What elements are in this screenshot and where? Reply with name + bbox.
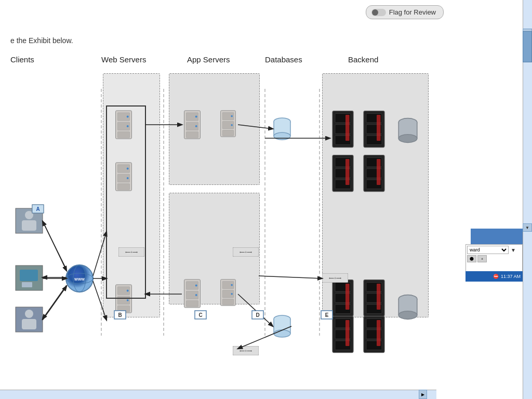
svg-line-57 xyxy=(238,125,273,129)
svg-text:D: D xyxy=(256,312,259,318)
svg-line-48 xyxy=(93,281,107,320)
svg-line-51 xyxy=(43,286,66,320)
rp-icon-row: ⬤ + xyxy=(467,255,521,262)
col-label-web-servers: Web Servers xyxy=(101,55,146,64)
svg-text:B: B xyxy=(118,312,122,318)
network-diagram: Clients Web Servers App Servers Database… xyxy=(10,55,436,367)
rp-icon-1[interactable]: ⬤ xyxy=(467,255,476,262)
scroll-thumb[interactable] xyxy=(523,31,532,62)
rp-row-1: ward ▼ xyxy=(467,246,521,254)
rp-icon-2[interactable]: + xyxy=(477,255,487,262)
svg-rect-15 xyxy=(22,319,36,329)
svg-text:A: A xyxy=(36,206,39,212)
right-panel-bar xyxy=(471,229,523,244)
svg-line-46 xyxy=(93,232,107,276)
main-content: e the Exhibit below. Clients Web Servers… xyxy=(0,0,436,390)
svg-rect-7 xyxy=(22,220,36,231)
svg-rect-10 xyxy=(20,270,38,281)
horizontal-scrollbar[interactable]: ▶ xyxy=(0,390,436,399)
svg-rect-11 xyxy=(22,282,32,287)
clock-display: 11:37 AM xyxy=(501,274,521,279)
right-panel-controls: ward ▼ ⬤ + xyxy=(466,244,523,275)
svg-line-58 xyxy=(238,294,273,326)
taskbar: ⛔ 11:37 AM xyxy=(466,271,523,282)
exhibit-instruction: e the Exhibit below. xyxy=(10,36,426,45)
dropdown-arrow-icon: ▼ xyxy=(511,247,516,253)
col-label-databases: Databases xyxy=(265,55,302,64)
scroll-right-button[interactable]: ▶ xyxy=(419,390,427,399)
svg-text:C: C xyxy=(198,312,202,318)
svg-line-52 xyxy=(43,221,66,270)
scroll-down-button[interactable]: ▼ xyxy=(523,223,532,232)
diagram-svg: A WWW xyxy=(10,71,436,367)
col-label-backend: Backend xyxy=(348,55,378,64)
vertical-scrollbar[interactable]: ▲ ▼ xyxy=(523,0,532,399)
svg-line-59 xyxy=(259,276,322,278)
svg-text:E: E xyxy=(325,312,329,318)
svg-line-54 xyxy=(43,285,66,319)
svg-text:WWW: WWW xyxy=(74,277,85,281)
ward-select[interactable]: ward xyxy=(467,246,509,254)
svg-point-14 xyxy=(25,310,33,318)
col-label-clients: Clients xyxy=(10,55,34,64)
col-label-app-servers: App Servers xyxy=(187,55,230,64)
